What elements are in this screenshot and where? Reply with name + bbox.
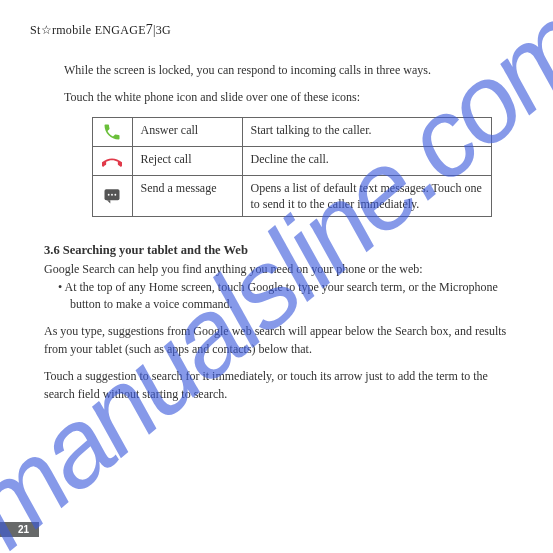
action-description: Opens a list of default text messages. T… (242, 175, 491, 216)
action-label: Reject call (132, 146, 242, 175)
section-intro: Google Search can help you find anything… (44, 261, 519, 278)
action-description: Start talking to the caller. (242, 117, 491, 146)
table-row: Answer call Start talking to the caller. (92, 117, 491, 146)
icon-cell (92, 117, 132, 146)
message-icon (101, 186, 124, 206)
icon-cell (92, 175, 132, 216)
intro-paragraph-1: While the screen is locked, you can resp… (64, 62, 519, 79)
model-seven: 7 (146, 22, 153, 37)
model-suffix: |3G (153, 23, 171, 37)
section-paragraph-3: Touch a suggestion to search for it imme… (44, 368, 519, 403)
intro-paragraph-2: Touch the white phone icon and slide ove… (64, 89, 519, 106)
page-header: St☆rmobile ENGAGE7|3G (30, 22, 523, 38)
section-paragraph-2: As you type, suggestions from Google web… (44, 323, 519, 358)
svg-point-2 (111, 194, 113, 196)
icon-cell (92, 146, 132, 175)
action-description: Decline the call. (242, 146, 491, 175)
call-actions-table: Answer call Start talking to the caller.… (92, 117, 492, 217)
action-label: Send a message (132, 175, 242, 216)
section-bullet: • At the top of any Home screen, touch G… (44, 279, 519, 314)
action-label: Answer call (132, 117, 242, 146)
model-name: ENGAGE7|3G (95, 23, 171, 37)
phone-answer-icon (101, 122, 124, 142)
phone-reject-icon (101, 151, 124, 171)
svg-point-3 (114, 194, 116, 196)
section-heading: 3.6 Searching your tablet and the Web (44, 241, 519, 259)
brand-name: St☆rmobile (30, 23, 91, 37)
table-row: Reject call Decline the call. (92, 146, 491, 175)
manual-page: St☆rmobile ENGAGE7|3G While the screen i… (0, 0, 553, 553)
page-number: 21 (0, 522, 39, 537)
model-prefix: ENGAGE (95, 23, 146, 37)
table-row: Send a message Opens a list of default t… (92, 175, 491, 216)
svg-point-1 (108, 194, 110, 196)
body-content: While the screen is locked, you can resp… (30, 62, 523, 403)
